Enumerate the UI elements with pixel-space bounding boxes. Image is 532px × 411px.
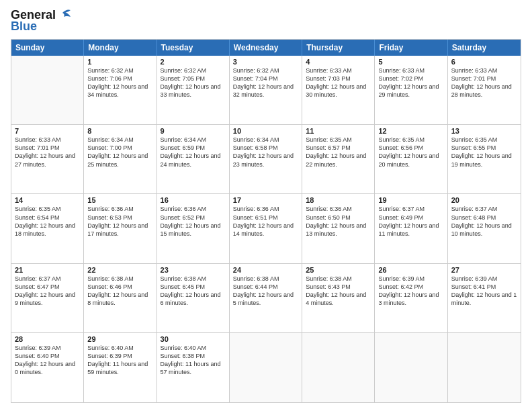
calendar-cell: 22Sunrise: 6:38 AM Sunset: 6:46 PM Dayli… xyxy=(84,264,157,332)
day-number: 12 xyxy=(378,127,443,135)
cell-daylight-info: Sunrise: 6:38 AM Sunset: 6:43 PM Dayligh… xyxy=(306,275,371,308)
cell-daylight-info: Sunrise: 6:39 AM Sunset: 6:42 PM Dayligh… xyxy=(378,275,443,308)
day-number: 26 xyxy=(378,266,443,274)
calendar-header: SundayMondayTuesdayWednesdayThursdayFrid… xyxy=(11,40,521,56)
calendar-cell: 4Sunrise: 6:33 AM Sunset: 7:03 PM Daylig… xyxy=(302,56,375,124)
calendar-cell: 6Sunrise: 6:33 AM Sunset: 7:01 PM Daylig… xyxy=(448,56,521,124)
calendar-cell: 9Sunrise: 6:34 AM Sunset: 6:59 PM Daylig… xyxy=(157,125,230,193)
cell-daylight-info: Sunrise: 6:35 AM Sunset: 6:57 PM Dayligh… xyxy=(306,136,371,169)
calendar-cell: 11Sunrise: 6:35 AM Sunset: 6:57 PM Dayli… xyxy=(302,125,375,193)
cell-daylight-info: Sunrise: 6:35 AM Sunset: 6:56 PM Dayligh… xyxy=(378,136,443,169)
header-day-thursday: Thursday xyxy=(302,40,375,56)
day-number: 10 xyxy=(233,127,298,135)
calendar-cell xyxy=(375,333,447,402)
calendar-cell: 16Sunrise: 6:36 AM Sunset: 6:52 PM Dayli… xyxy=(157,194,230,263)
calendar-cell xyxy=(448,333,521,402)
calendar-cell xyxy=(302,333,375,402)
cell-daylight-info: Sunrise: 6:36 AM Sunset: 6:50 PM Dayligh… xyxy=(306,205,371,238)
day-number: 3 xyxy=(233,58,298,66)
calendar-cell: 26Sunrise: 6:39 AM Sunset: 6:42 PM Dayli… xyxy=(375,264,447,332)
day-number: 14 xyxy=(15,196,80,204)
day-number: 20 xyxy=(451,196,517,204)
day-number: 30 xyxy=(161,335,226,343)
cell-daylight-info: Sunrise: 6:38 AM Sunset: 6:46 PM Dayligh… xyxy=(87,275,152,308)
cell-daylight-info: Sunrise: 6:34 AM Sunset: 6:59 PM Dayligh… xyxy=(161,136,226,169)
cell-daylight-info: Sunrise: 6:37 AM Sunset: 6:48 PM Dayligh… xyxy=(451,205,517,238)
calendar-cell: 17Sunrise: 6:36 AM Sunset: 6:51 PM Dayli… xyxy=(230,194,302,263)
calendar-body: 1Sunrise: 6:32 AM Sunset: 7:06 PM Daylig… xyxy=(11,56,521,402)
day-number: 16 xyxy=(161,196,226,204)
day-number: 5 xyxy=(378,58,443,66)
cell-daylight-info: Sunrise: 6:32 AM Sunset: 7:04 PM Dayligh… xyxy=(233,66,298,99)
calendar-cell: 5Sunrise: 6:33 AM Sunset: 7:02 PM Daylig… xyxy=(375,56,447,124)
calendar-cell xyxy=(230,333,302,402)
calendar-row-0: 1Sunrise: 6:32 AM Sunset: 7:06 PM Daylig… xyxy=(11,56,521,125)
day-number: 8 xyxy=(87,127,152,135)
cell-daylight-info: Sunrise: 6:33 AM Sunset: 7:02 PM Dayligh… xyxy=(378,66,443,99)
cell-daylight-info: Sunrise: 6:36 AM Sunset: 6:53 PM Dayligh… xyxy=(87,205,152,238)
cell-daylight-info: Sunrise: 6:36 AM Sunset: 6:51 PM Dayligh… xyxy=(233,205,298,238)
cell-daylight-info: Sunrise: 6:32 AM Sunset: 7:05 PM Dayligh… xyxy=(161,66,226,99)
cell-daylight-info: Sunrise: 6:40 AM Sunset: 6:39 PM Dayligh… xyxy=(87,344,152,377)
calendar-cell: 20Sunrise: 6:37 AM Sunset: 6:48 PM Dayli… xyxy=(448,194,521,263)
day-number: 17 xyxy=(233,196,298,204)
day-number: 24 xyxy=(233,266,298,274)
header: General Blue xyxy=(11,8,521,34)
calendar-cell: 2Sunrise: 6:32 AM Sunset: 7:05 PM Daylig… xyxy=(157,56,230,124)
page: General Blue SundayMondayTuesdayWednesda… xyxy=(0,0,532,411)
day-number: 11 xyxy=(306,127,371,135)
logo-bird-icon xyxy=(57,7,72,21)
cell-daylight-info: Sunrise: 6:35 AM Sunset: 6:55 PM Dayligh… xyxy=(451,136,517,169)
calendar-cell: 3Sunrise: 6:32 AM Sunset: 7:04 PM Daylig… xyxy=(230,56,302,124)
day-number: 22 xyxy=(87,266,152,274)
cell-daylight-info: Sunrise: 6:38 AM Sunset: 6:45 PM Dayligh… xyxy=(161,275,226,308)
day-number: 19 xyxy=(378,196,443,204)
calendar-row-4: 28Sunrise: 6:39 AM Sunset: 6:40 PM Dayli… xyxy=(11,333,521,402)
cell-daylight-info: Sunrise: 6:32 AM Sunset: 7:06 PM Dayligh… xyxy=(87,66,152,99)
calendar-cell: 25Sunrise: 6:38 AM Sunset: 6:43 PM Dayli… xyxy=(302,264,375,332)
calendar-cell: 7Sunrise: 6:33 AM Sunset: 7:01 PM Daylig… xyxy=(11,125,84,193)
day-number: 13 xyxy=(451,127,517,135)
cell-daylight-info: Sunrise: 6:37 AM Sunset: 6:47 PM Dayligh… xyxy=(15,275,80,308)
header-day-tuesday: Tuesday xyxy=(157,40,230,56)
day-number: 23 xyxy=(161,266,226,274)
calendar-cell: 14Sunrise: 6:35 AM Sunset: 6:54 PM Dayli… xyxy=(11,194,84,263)
calendar-cell: 28Sunrise: 6:39 AM Sunset: 6:40 PM Dayli… xyxy=(11,333,84,402)
header-day-monday: Monday xyxy=(84,40,157,56)
day-number: 9 xyxy=(161,127,226,135)
header-day-sunday: Sunday xyxy=(11,40,84,56)
day-number: 4 xyxy=(306,58,371,66)
day-number: 15 xyxy=(87,196,152,204)
cell-daylight-info: Sunrise: 6:33 AM Sunset: 7:01 PM Dayligh… xyxy=(451,66,517,99)
calendar-row-1: 7Sunrise: 6:33 AM Sunset: 7:01 PM Daylig… xyxy=(11,125,521,194)
calendar-cell: 30Sunrise: 6:40 AM Sunset: 6:38 PM Dayli… xyxy=(157,333,230,402)
day-number: 28 xyxy=(15,335,80,343)
cell-daylight-info: Sunrise: 6:40 AM Sunset: 6:38 PM Dayligh… xyxy=(161,344,226,377)
calendar-cell: 8Sunrise: 6:34 AM Sunset: 7:00 PM Daylig… xyxy=(84,125,157,193)
day-number: 21 xyxy=(15,266,80,274)
calendar-row-2: 14Sunrise: 6:35 AM Sunset: 6:54 PM Dayli… xyxy=(11,194,521,263)
logo: General Blue xyxy=(11,8,72,34)
day-number: 18 xyxy=(306,196,371,204)
cell-daylight-info: Sunrise: 6:36 AM Sunset: 6:52 PM Dayligh… xyxy=(161,205,226,238)
day-number: 6 xyxy=(451,58,517,66)
calendar-cell: 12Sunrise: 6:35 AM Sunset: 6:56 PM Dayli… xyxy=(375,125,447,193)
header-day-wednesday: Wednesday xyxy=(230,40,302,56)
day-number: 29 xyxy=(87,335,152,343)
day-number: 27 xyxy=(451,266,517,274)
header-day-friday: Friday xyxy=(375,40,447,56)
calendar-cell: 13Sunrise: 6:35 AM Sunset: 6:55 PM Dayli… xyxy=(448,125,521,193)
calendar-cell: 29Sunrise: 6:40 AM Sunset: 6:39 PM Dayli… xyxy=(84,333,157,402)
calendar-cell: 24Sunrise: 6:38 AM Sunset: 6:44 PM Dayli… xyxy=(230,264,302,332)
calendar-cell: 27Sunrise: 6:39 AM Sunset: 6:41 PM Dayli… xyxy=(448,264,521,332)
calendar-cell: 10Sunrise: 6:34 AM Sunset: 6:58 PM Dayli… xyxy=(230,125,302,193)
cell-daylight-info: Sunrise: 6:37 AM Sunset: 6:49 PM Dayligh… xyxy=(378,205,443,238)
calendar: SundayMondayTuesdayWednesdayThursdayFrid… xyxy=(11,39,521,403)
cell-daylight-info: Sunrise: 6:34 AM Sunset: 7:00 PM Dayligh… xyxy=(87,136,152,169)
cell-daylight-info: Sunrise: 6:33 AM Sunset: 7:01 PM Dayligh… xyxy=(15,136,80,169)
day-number: 1 xyxy=(87,58,152,66)
header-day-saturday: Saturday xyxy=(448,40,521,56)
calendar-row-3: 21Sunrise: 6:37 AM Sunset: 6:47 PM Dayli… xyxy=(11,264,521,333)
cell-daylight-info: Sunrise: 6:35 AM Sunset: 6:54 PM Dayligh… xyxy=(15,205,80,238)
calendar-cell xyxy=(11,56,84,124)
